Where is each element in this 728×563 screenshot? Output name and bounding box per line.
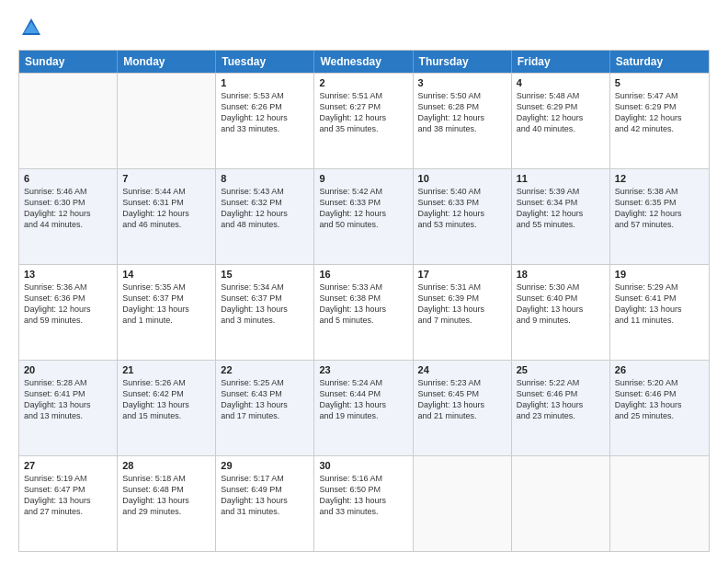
cell-line: Sunset: 6:50 PM: [319, 484, 407, 495]
svg-marker-1: [24, 22, 39, 33]
day-number: 28: [122, 460, 210, 471]
cell-line: Daylight: 12 hours: [122, 208, 210, 219]
cell-line: Daylight: 13 hours: [517, 304, 605, 315]
day-number: 10: [418, 173, 506, 184]
cell-line: and 13 minutes.: [24, 410, 112, 421]
day-cell-29: 29Sunrise: 5:17 AMSunset: 6:49 PMDayligh…: [216, 456, 314, 551]
cell-line: Sunrise: 5:36 AM: [24, 282, 112, 293]
week-row-3: 13Sunrise: 5:36 AMSunset: 6:36 PMDayligh…: [19, 264, 709, 360]
cell-line: Sunset: 6:28 PM: [418, 101, 506, 112]
day-cell-6: 6Sunrise: 5:46 AMSunset: 6:30 PMDaylight…: [19, 169, 118, 264]
day-cell-9: 9Sunrise: 5:42 AMSunset: 6:33 PMDaylight…: [314, 169, 413, 264]
cell-line: and 19 minutes.: [319, 410, 407, 421]
day-number: 26: [615, 364, 704, 375]
calendar-body: 1Sunrise: 5:53 AMSunset: 6:26 PMDaylight…: [19, 73, 709, 551]
cell-line: and 40 minutes.: [517, 123, 605, 134]
day-number: 13: [24, 269, 112, 280]
cell-line: and 17 minutes.: [221, 410, 309, 421]
day-cell-7: 7Sunrise: 5:44 AMSunset: 6:31 PMDaylight…: [118, 169, 216, 264]
cell-line: Sunset: 6:40 PM: [517, 293, 605, 304]
day-cell-28: 28Sunrise: 5:18 AMSunset: 6:48 PMDayligh…: [118, 456, 216, 551]
cell-line: Sunrise: 5:38 AM: [615, 186, 704, 197]
day-cell-24: 24Sunrise: 5:23 AMSunset: 6:45 PMDayligh…: [414, 361, 512, 455]
cell-line: Sunset: 6:30 PM: [24, 197, 112, 208]
cell-line: Daylight: 13 hours: [221, 304, 309, 315]
cell-line: Sunrise: 5:23 AM: [418, 377, 506, 388]
cell-line: and 7 minutes.: [418, 315, 506, 326]
cell-line: and 38 minutes.: [418, 123, 506, 134]
day-cell-3: 3Sunrise: 5:50 AMSunset: 6:28 PMDaylight…: [414, 74, 512, 168]
cell-line: Daylight: 13 hours: [418, 399, 506, 410]
day-header-monday: Monday: [118, 51, 216, 73]
day-cell-23: 23Sunrise: 5:24 AMSunset: 6:44 PMDayligh…: [314, 361, 413, 455]
day-header-tuesday: Tuesday: [216, 51, 314, 73]
cell-line: and 42 minutes.: [615, 123, 704, 134]
cell-line: and 35 minutes.: [319, 123, 407, 134]
day-cell-26: 26Sunrise: 5:20 AMSunset: 6:46 PMDayligh…: [610, 361, 709, 455]
day-cell-11: 11Sunrise: 5:39 AMSunset: 6:34 PMDayligh…: [512, 169, 610, 264]
cell-line: Sunset: 6:37 PM: [122, 293, 210, 304]
cell-line: and 31 minutes.: [221, 506, 309, 517]
day-cell-19: 19Sunrise: 5:29 AMSunset: 6:41 PMDayligh…: [610, 265, 709, 360]
day-cell-30: 30Sunrise: 5:16 AMSunset: 6:50 PMDayligh…: [314, 456, 413, 551]
day-cell-21: 21Sunrise: 5:26 AMSunset: 6:42 PMDayligh…: [118, 361, 216, 455]
cell-line: Sunset: 6:49 PM: [221, 484, 309, 495]
day-number: 6: [24, 173, 112, 184]
day-cell-4: 4Sunrise: 5:48 AMSunset: 6:29 PMDaylight…: [512, 74, 610, 168]
header: [18, 15, 710, 40]
day-cell-18: 18Sunrise: 5:30 AMSunset: 6:40 PMDayligh…: [512, 265, 610, 360]
empty-cell: [414, 456, 512, 551]
cell-line: and 23 minutes.: [517, 410, 605, 421]
cell-line: Sunrise: 5:39 AM: [517, 186, 605, 197]
empty-cell: [610, 456, 709, 551]
cell-line: Sunset: 6:44 PM: [319, 388, 407, 399]
cell-line: Sunrise: 5:20 AM: [615, 377, 704, 388]
day-number: 8: [221, 173, 309, 184]
calendar-header-row: SundayMondayTuesdayWednesdayThursdayFrid…: [19, 51, 709, 73]
day-cell-17: 17Sunrise: 5:31 AMSunset: 6:39 PMDayligh…: [414, 265, 512, 360]
day-cell-10: 10Sunrise: 5:40 AMSunset: 6:33 PMDayligh…: [414, 169, 512, 264]
cell-line: and 1 minute.: [122, 315, 210, 326]
cell-line: Sunset: 6:36 PM: [24, 293, 112, 304]
cell-line: Sunrise: 5:33 AM: [319, 282, 407, 293]
cell-line: Sunset: 6:45 PM: [418, 388, 506, 399]
empty-cell: [118, 74, 216, 168]
cell-line: and 59 minutes.: [24, 315, 112, 326]
cell-line: Sunset: 6:33 PM: [319, 197, 407, 208]
cell-line: Daylight: 12 hours: [517, 208, 605, 219]
cell-line: Daylight: 13 hours: [24, 495, 112, 506]
cell-line: Sunrise: 5:53 AM: [221, 90, 309, 101]
cell-line: and 48 minutes.: [221, 219, 309, 230]
cell-line: Sunrise: 5:43 AM: [221, 186, 309, 197]
cell-line: Sunset: 6:29 PM: [517, 101, 605, 112]
cell-line: Daylight: 13 hours: [319, 399, 407, 410]
day-header-thursday: Thursday: [414, 51, 512, 73]
cell-line: Sunset: 6:41 PM: [615, 293, 704, 304]
day-number: 17: [418, 269, 506, 280]
day-number: 18: [517, 269, 605, 280]
cell-line: Daylight: 13 hours: [221, 495, 309, 506]
cell-line: Daylight: 13 hours: [122, 399, 210, 410]
day-number: 15: [221, 269, 309, 280]
cell-line: Sunset: 6:38 PM: [319, 293, 407, 304]
day-number: 16: [319, 269, 407, 280]
cell-line: Sunrise: 5:26 AM: [122, 377, 210, 388]
cell-line: Daylight: 12 hours: [221, 112, 309, 123]
cell-line: and 55 minutes.: [517, 219, 605, 230]
cell-line: Sunrise: 5:22 AM: [517, 377, 605, 388]
day-cell-25: 25Sunrise: 5:22 AMSunset: 6:46 PMDayligh…: [512, 361, 610, 455]
day-number: 12: [615, 173, 704, 184]
cell-line: and 33 minutes.: [319, 506, 407, 517]
cell-line: Sunset: 6:32 PM: [221, 197, 309, 208]
cell-line: Sunrise: 5:31 AM: [418, 282, 506, 293]
day-number: 24: [418, 364, 506, 375]
cell-line: Sunrise: 5:29 AM: [615, 282, 704, 293]
cell-line: Sunset: 6:35 PM: [615, 197, 704, 208]
day-number: 21: [122, 364, 210, 375]
cell-line: Daylight: 12 hours: [418, 208, 506, 219]
day-cell-12: 12Sunrise: 5:38 AMSunset: 6:35 PMDayligh…: [610, 169, 709, 264]
cell-line: Sunrise: 5:18 AM: [122, 473, 210, 484]
day-cell-15: 15Sunrise: 5:34 AMSunset: 6:37 PMDayligh…: [216, 265, 314, 360]
week-row-2: 6Sunrise: 5:46 AMSunset: 6:30 PMDaylight…: [19, 168, 709, 264]
day-cell-5: 5Sunrise: 5:47 AMSunset: 6:29 PMDaylight…: [610, 74, 709, 168]
